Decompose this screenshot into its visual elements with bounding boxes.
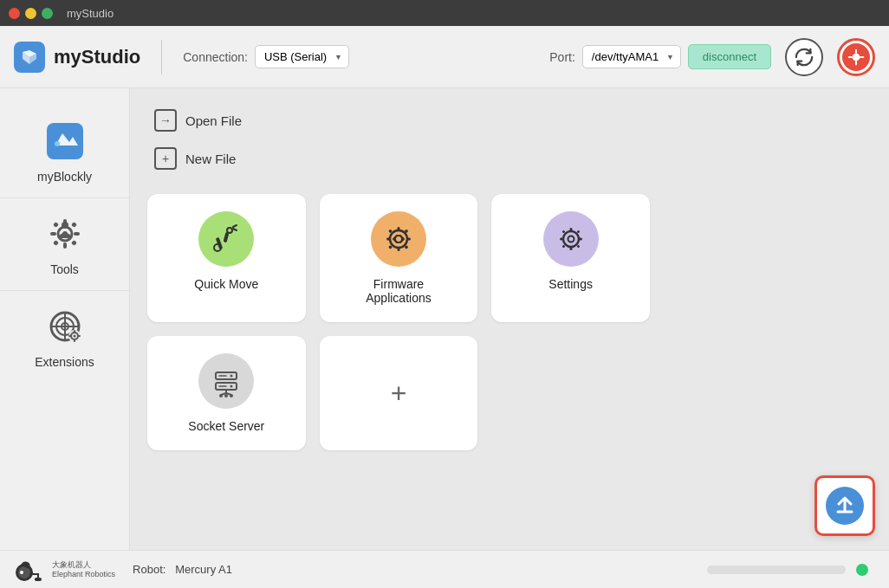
window-title: myStudio [67,7,114,20]
svg-point-0 [853,54,860,60]
svg-point-29 [227,228,232,233]
open-file-label: Open File [185,113,242,128]
svg-point-13 [62,222,68,229]
extensions-icon [43,305,87,348]
firmware-applications-label: Firmware Applications [366,277,432,305]
myblockly-icon [43,120,87,163]
svg-rect-65 [35,578,42,581]
svg-rect-43 [569,246,572,250]
robot-info: Robot: Mercury A1 [133,563,232,576]
svg-rect-45 [578,238,582,241]
company-name: 大象机器人 Elephant Robotics [52,560,115,579]
file-buttons: → Open File + New File [147,106,872,173]
firmware-applications-card[interactable]: Firmware Applications [320,194,478,322]
new-file-label: New File [185,152,236,166]
add-tool-card[interactable]: + [320,336,478,450]
title-bar: myStudio [0,0,889,26]
myblockly-label: myBlockly [37,170,92,184]
svg-rect-9 [52,222,58,228]
svg-point-40 [563,231,579,247]
svg-rect-42 [569,228,572,232]
add-icon: + [391,378,407,410]
port-label: Port: [549,50,575,64]
tools-grid: Quick Move [147,194,650,450]
tools-label: Tools [50,262,79,276]
logo-icon [14,42,45,73]
main-content: myBlockly [0,88,889,550]
quick-move-icon [198,211,254,267]
new-file-button[interactable]: + New File [147,144,872,173]
header: myStudio Connection: USB (Serial) Wi-Fi … [0,26,889,88]
svg-point-61 [224,394,228,397]
close-button[interactable] [9,8,20,19]
connection-select[interactable]: USB (Serial) Wi-Fi Bluetooth [255,45,349,68]
port-select-wrapper[interactable]: /dev/ttyAMA1 /dev/ttyUSB0 [582,45,681,68]
svg-rect-10 [70,222,76,228]
svg-point-21 [73,335,75,338]
progress-bar [707,565,846,574]
socket-server-card[interactable]: Socket Server [147,336,306,450]
svg-point-64 [20,571,23,574]
quick-move-card[interactable]: Quick Move [147,194,306,322]
company-english: Elephant Robotics [52,570,115,579]
settings-card[interactable]: Settings [491,194,650,322]
svg-rect-11 [52,240,58,246]
app-name: myStudio [54,46,140,68]
extensions-label: Extensions [35,355,94,369]
svg-rect-23 [74,339,75,342]
content-area: → Open File + New File [130,88,889,550]
svg-rect-27 [216,237,224,250]
connection-section: Connection: USB (Serial) Wi-Fi Bluetooth [183,45,349,68]
tools-icon [43,212,87,255]
settings-label: Settings [548,277,593,291]
svg-point-41 [568,236,574,242]
sidebar: myBlockly [0,88,130,550]
new-file-icon: + [154,147,177,170]
svg-point-52 [230,375,233,378]
port-select[interactable]: /dev/ttyAMA1 /dev/ttyUSB0 [582,45,681,68]
disconnect-button[interactable]: disconnect [688,44,771,69]
sidebar-item-myblockly[interactable]: myBlockly [0,106,129,198]
maximize-button[interactable] [42,8,53,19]
svg-rect-32 [397,227,399,231]
open-file-button[interactable]: → Open File [147,106,872,135]
elephant-robotics-icon [14,557,47,583]
port-section: Port: /dev/ttyAMA1 /dev/ttyUSB0 disconne… [549,38,875,76]
socket-server-icon [198,353,254,409]
status-button[interactable] [837,38,875,76]
connection-select-wrapper[interactable]: USB (Serial) Wi-Fi Bluetooth [255,45,349,68]
svg-rect-33 [397,247,399,251]
refresh-button[interactable] [785,38,823,76]
app-logo: myStudio [14,42,140,73]
sidebar-item-extensions[interactable]: Extensions [0,291,129,383]
svg-rect-35 [406,238,411,241]
connection-label: Connection: [183,50,248,64]
header-divider [161,40,162,74]
svg-rect-34 [386,238,391,241]
socket-server-label: Socket Server [188,419,264,433]
sidebar-item-tools[interactable]: Tools [0,198,129,291]
connection-status-indicator [856,564,868,576]
window-controls[interactable] [9,8,53,19]
status-indicator [842,43,870,71]
settings-icon [543,211,599,267]
svg-rect-25 [78,335,81,337]
svg-point-53 [230,385,233,388]
firmware-icon [371,211,426,267]
svg-rect-22 [74,330,75,333]
upload-arrow-icon [826,487,864,525]
footer-logo: 大象机器人 Elephant Robotics [14,557,115,583]
robot-label: Robot: [133,563,165,576]
svg-rect-12 [70,240,76,246]
svg-point-60 [230,394,233,397]
footer: 大象机器人 Elephant Robotics Robot: Mercury A… [0,550,889,588]
svg-rect-24 [68,335,71,337]
quick-move-label: Quick Move [194,277,258,291]
svg-rect-7 [50,232,56,236]
svg-point-59 [219,394,223,397]
svg-rect-8 [74,232,80,236]
minimize-button[interactable] [25,8,36,19]
open-file-icon: → [154,109,177,132]
upload-button[interactable] [814,475,875,536]
company-chinese: 大象机器人 [52,560,115,570]
